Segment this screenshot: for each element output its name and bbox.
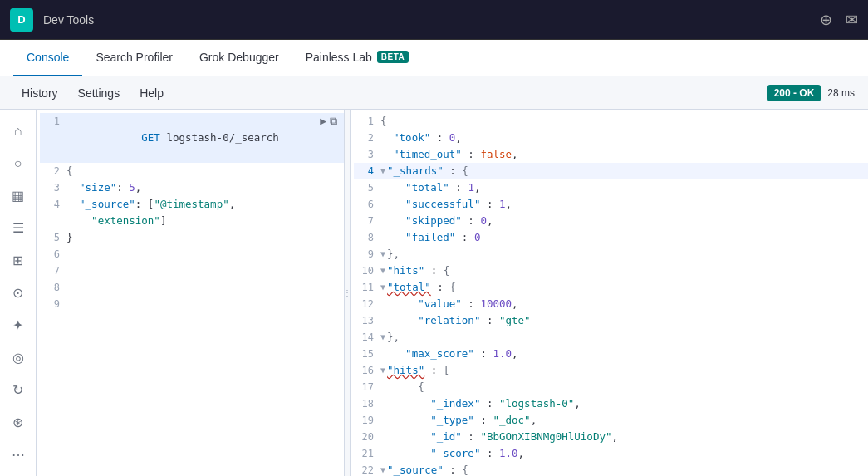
sub-nav: History Settings Help 200 - OK 28 ms [0, 76, 868, 110]
left-line-9: 9 [40, 296, 344, 312]
sidebar-list-icon[interactable]: ☰ [3, 213, 33, 243]
right-line-22: 22 ▼ "_source" : { [354, 462, 868, 476]
top-icons: ⊕ ✉ [820, 11, 858, 29]
help-icon[interactable]: ⊕ [820, 11, 832, 29]
sidebar-refresh-icon[interactable]: ↻ [3, 375, 33, 405]
right-line-21: 21 "_score" : 1.0, [354, 445, 868, 462]
sidebar-clock-icon[interactable]: ○ [3, 149, 33, 178]
subnav-history[interactable]: History [13, 83, 66, 103]
left-editor[interactable]: 1 GET logstash-0/_search ▶ ⧉ 2 { 3 [37, 110, 344, 476]
main-area: ⌂ ○ ▦ ☰ ⊞ ⊙ ✦ ◎ ↻ ⊛ ⋯ 1 GET logstash-0/_… [0, 110, 868, 476]
panel-divider[interactable]: ⋮ [344, 110, 351, 476]
status-ok-badge: 200 - OK [767, 85, 821, 101]
sidebar-nodes-icon[interactable]: ⊛ [3, 408, 33, 437]
run-icon[interactable]: ▶ [320, 113, 326, 130]
sidebar-chart-icon[interactable]: ▦ [3, 181, 33, 210]
mail-icon[interactable]: ✉ [846, 11, 858, 29]
left-line-7: 7 [40, 263, 344, 279]
left-line-4b: "extension"] [40, 213, 344, 229]
sidebar-cog-icon[interactable]: ✦ [3, 311, 33, 340]
beta-badge: BETA [377, 51, 409, 63]
left-line-4: 4 "_source": ["@timestamp", [40, 196, 344, 213]
left-line-1: 1 GET logstash-0/_search ▶ ⧉ [40, 113, 344, 163]
right-line-16: 16 ▼ "hits" : [ [354, 362, 868, 379]
right-line-5: 5 "total" : 1, [354, 179, 868, 196]
right-line-7: 7 "skipped" : 0, [354, 213, 868, 229]
right-line-6: 6 "successful" : 1, [354, 196, 868, 213]
right-line-18: 18 "_index" : "logstash-0", [354, 395, 868, 412]
right-line-14: 14 ▼ }, [354, 329, 868, 346]
right-line-12: 12 "value" : 10000, [354, 296, 868, 312]
tab-search-profiler[interactable]: Search Profiler [82, 40, 186, 76]
left-line-3: 3 "size": 5, [40, 179, 344, 196]
right-line-8: 8 "failed" : 0 [354, 229, 868, 246]
tab-grok-debugger[interactable]: Grok Debugger [186, 40, 292, 76]
status-area: 200 - OK 28 ms [767, 85, 855, 101]
sidebar-person2-icon[interactable]: ◎ [3, 343, 33, 372]
sidebar-stack-icon[interactable]: ⊞ [3, 246, 33, 275]
right-line-10: 10 ▼ "hits" : { [354, 263, 868, 279]
right-line-20: 20 "_id" : "BbGOnXIBNMg0HlUioDy", [354, 429, 868, 445]
right-line-13: 13 "relation" : "gte" [354, 312, 868, 329]
right-line-4: 4 ▼ "_shards" : { [354, 163, 868, 179]
right-line-3: 3 "timed_out" : false, [354, 146, 868, 163]
editors-area: 1 GET logstash-0/_search ▶ ⧉ 2 { 3 [37, 110, 868, 476]
right-line-9: 9 ▼ }, [354, 246, 868, 263]
right-line-17: 17 { [354, 379, 868, 395]
right-editor[interactable]: 1 { 2 "took" : 0, 3 "timed_out" : false,… [351, 110, 868, 476]
tab-console[interactable]: Console [13, 40, 82, 76]
subnav-settings[interactable]: Settings [70, 83, 129, 103]
app-title: Dev Tools [43, 13, 94, 27]
copy-icon[interactable]: ⧉ [330, 113, 337, 130]
top-bar: D Dev Tools ⊕ ✉ [0, 0, 868, 40]
sidebar-home-icon[interactable]: ⌂ [3, 116, 33, 145]
status-ms: 28 ms [827, 87, 855, 99]
sidebar: ⌂ ○ ▦ ☰ ⊞ ⊙ ✦ ◎ ↻ ⊛ ⋯ [0, 110, 37, 476]
left-line-8: 8 [40, 279, 344, 296]
left-line-5: 5 } [40, 229, 344, 246]
tab-painless-lab[interactable]: Painless Lab BETA [292, 40, 423, 76]
left-line-2: 2 { [40, 163, 344, 179]
sidebar-more-icon[interactable]: ⋯ [3, 440, 33, 469]
right-line-19: 19 "_type" : "_doc", [354, 412, 868, 429]
subnav-help[interactable]: Help [131, 83, 172, 103]
right-line-11: 11 ▼ "total" : { [354, 279, 868, 296]
left-line-6: 6 [40, 246, 344, 263]
nav-bar: Console Search Profiler Grok Debugger Pa… [0, 40, 868, 76]
logo: D [10, 8, 33, 32]
sidebar-person-icon[interactable]: ⊙ [3, 278, 33, 307]
right-line-1: 1 { [354, 113, 868, 130]
right-line-2: 2 "took" : 0, [354, 130, 868, 146]
right-line-15: 15 "max_score" : 1.0, [354, 346, 868, 362]
